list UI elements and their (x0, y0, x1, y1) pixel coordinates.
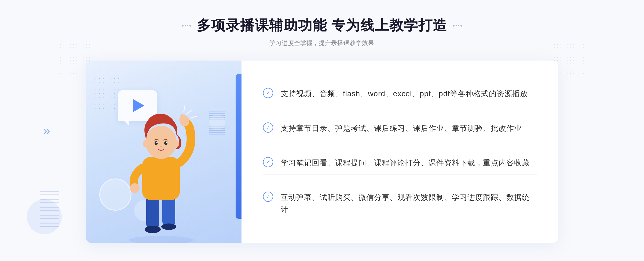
dot-8 (460, 25, 462, 27)
svg-point-3 (145, 226, 161, 233)
feature-item-2: ✓支持章节目录、弹题考试、课后练习、课后作业、章节测验、批改作业 (263, 117, 537, 140)
dot-7 (458, 25, 459, 26)
check-circle-3: ✓ (263, 157, 273, 167)
feature-text-1: 支持视频、音频、flash、word、excel、ppt、pdf等各种格式的资源… (281, 88, 528, 100)
check-circle-2: ✓ (263, 122, 273, 133)
character-illustration (107, 98, 215, 243)
check-icon-1: ✓ (266, 90, 270, 95)
dot-5 (453, 25, 455, 27)
header-dots-left (182, 25, 191, 27)
dot-3 (187, 25, 188, 26)
svg-point-9 (130, 183, 140, 193)
page-title: 多项录播课辅助功能 专为线上教学打造 (197, 16, 447, 35)
svg-line-19 (190, 116, 196, 118)
page-wrapper: » 多项录播课辅助功能 专为线上教学打造 学习进度全掌握，提升录播课教学效果 (0, 0, 644, 261)
svg-line-20 (184, 105, 185, 111)
main-card: ✓支持视频、音频、flash、word、excel、ppt、pdf等各种格式的资… (86, 61, 558, 243)
dot-6 (456, 25, 457, 26)
feature-text-3: 学习笔记回看、课程提问、课程评论打分、课件资料下载，重点内容收藏 (281, 157, 530, 169)
header-section: 多项录播课辅助功能 专为线上教学打造 学习进度全掌握，提升录播课教学效果 (182, 16, 462, 47)
check-icon-2: ✓ (266, 125, 270, 130)
check-icon-3: ✓ (266, 159, 270, 165)
feature-item-1: ✓支持视频、音频、flash、word、excel、ppt、pdf等各种格式的资… (263, 83, 537, 106)
svg-point-14 (156, 142, 158, 143)
svg-point-11 (145, 126, 177, 159)
right-content-panel: ✓支持视频、音频、flash、word、excel、ppt、pdf等各种格式的资… (241, 61, 558, 243)
dot-2 (185, 25, 186, 26)
svg-point-15 (166, 142, 167, 143)
svg-point-4 (161, 223, 176, 230)
outside-left-decoration: » (43, 124, 50, 137)
feature-item-3: ✓学习笔记回看、课程提问、课程评论打分、课件资料下载，重点内容收藏 (263, 152, 537, 175)
feature-text-4: 互动弹幕、试听购买、微信分享、观看次数限制、学习进度跟踪、数据统计 (281, 192, 537, 216)
svg-point-16 (143, 140, 148, 147)
feature-text-2: 支持章节目录、弹题考试、课后练习、课后作业、章节测验、批改作业 (281, 122, 522, 135)
title-wrapper: 多项录播课辅助功能 专为线上教学打造 (182, 16, 462, 35)
svg-point-0 (129, 236, 193, 243)
dot-4 (189, 25, 191, 27)
check-circle-1: ✓ (263, 88, 273, 98)
check-circle-4: ✓ (263, 192, 273, 202)
svg-point-17 (174, 140, 179, 147)
left-illustration-panel (86, 61, 241, 243)
check-icon-4: ✓ (266, 194, 270, 199)
chevron-double-icon: » (43, 124, 50, 137)
feature-item-4: ✓互动弹幕、试听购买、微信分享、观看次数限制、学习进度跟踪、数据统计 (263, 186, 537, 221)
stripe-decoration-bottom-left (40, 191, 59, 229)
dot-1 (182, 25, 184, 27)
accent-bar (236, 74, 241, 219)
svg-line-18 (186, 110, 192, 114)
page-subtitle: 学习进度全掌握，提升录播课教学效果 (182, 39, 462, 47)
header-dots-right (453, 25, 462, 27)
features-list: ✓支持视频、音频、flash、word、excel、ppt、pdf等各种格式的资… (263, 77, 537, 227)
